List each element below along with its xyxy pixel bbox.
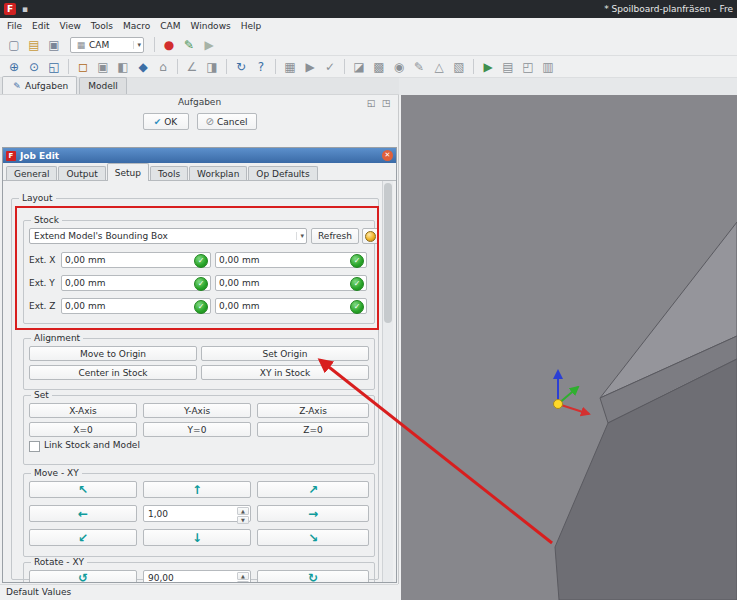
- open-document-icon[interactable]: ▤: [25, 36, 43, 54]
- tab-general[interactable]: General: [6, 166, 57, 181]
- new-document-icon[interactable]: ▢: [5, 36, 23, 54]
- zoom-box-icon[interactable]: ◱: [45, 58, 63, 76]
- tool-controller-icon[interactable]: ◰: [519, 58, 537, 76]
- set-y-axis-button[interactable]: Y-Axis: [143, 403, 251, 418]
- clip-plane-icon[interactable]: ◨: [203, 58, 221, 76]
- y-zero-button[interactable]: Y=0: [143, 422, 251, 437]
- fit-selection-icon[interactable]: ▣: [94, 58, 112, 76]
- dialog-titlebar[interactable]: F Job Edit ✕: [3, 148, 396, 163]
- macro-play-icon[interactable]: ▶: [200, 36, 218, 54]
- rotate-ccw-button[interactable]: ↺: [29, 570, 137, 583]
- menu-cam[interactable]: CAM: [155, 18, 185, 34]
- stock-color-button[interactable]: [362, 228, 379, 244]
- tab-workplan[interactable]: Workplan: [189, 166, 247, 181]
- post-process-icon[interactable]: ▶: [301, 58, 319, 76]
- spin-down-icon[interactable]: ▼: [237, 516, 249, 524]
- engrave-op-icon[interactable]: ✎: [410, 58, 428, 76]
- zoom-in-icon[interactable]: ⊕: [5, 58, 23, 76]
- ext-y-neg-input[interactable]: 0,00 mm ✓: [61, 275, 211, 291]
- surface-op-icon[interactable]: ▧: [450, 58, 468, 76]
- spin-up-icon[interactable]: ▲: [237, 507, 249, 515]
- ext-y-label: Ext. Y: [29, 275, 59, 292]
- macro-edit-icon[interactable]: ✎: [180, 36, 198, 54]
- simulator-icon[interactable]: ▶: [479, 58, 497, 76]
- ext-z-pos-input[interactable]: 0,00 mm ✓: [215, 298, 367, 314]
- menu-windows[interactable]: Windows: [186, 18, 236, 34]
- move-down-right-button[interactable]: ↘: [257, 529, 369, 546]
- tab-model[interactable]: Modell: [79, 77, 127, 94]
- tab-setup[interactable]: Setup: [107, 163, 149, 181]
- move-right-button[interactable]: →: [257, 505, 369, 522]
- move-up-button[interactable]: ↑: [143, 481, 251, 498]
- link-stock-model-checkbox[interactable]: [29, 441, 40, 452]
- spin-up-icon[interactable]: ▲: [237, 572, 249, 580]
- ok-check-icon: ✔: [154, 117, 162, 127]
- macro-record-icon[interactable]: ●: [160, 36, 178, 54]
- set-z-axis-button[interactable]: Z-Axis: [257, 403, 369, 418]
- 3d-viewport[interactable]: [401, 95, 737, 600]
- zoom-region-icon[interactable]: ⊙: [25, 58, 43, 76]
- profile-op-icon[interactable]: ◪: [350, 58, 368, 76]
- cancel-button[interactable]: ⊘ Cancel: [197, 113, 257, 130]
- drill-op-icon[interactable]: ◉: [390, 58, 408, 76]
- center-in-stock-button[interactable]: Center in Stock: [29, 365, 197, 380]
- draw-style-icon[interactable]: ◧: [114, 58, 132, 76]
- cam-workbench-icon: ▦: [75, 39, 87, 51]
- spin-down-icon[interactable]: ▼: [237, 581, 249, 583]
- home-view-icon[interactable]: ⌂: [154, 58, 172, 76]
- scrollbar-thumb[interactable]: [384, 183, 392, 323]
- menu-help[interactable]: Help: [236, 18, 267, 34]
- pocket-op-icon[interactable]: ▩: [370, 58, 388, 76]
- tab-output[interactable]: Output: [58, 166, 105, 181]
- measure-icon[interactable]: ∠: [183, 58, 201, 76]
- menu-file[interactable]: File: [2, 18, 27, 34]
- dialog-scrollbar[interactable]: [382, 181, 393, 583]
- ext-x-pos-input[interactable]: 0,00 mm ✓: [215, 252, 367, 268]
- ext-y-pos-input[interactable]: 0,00 mm ✓: [215, 275, 367, 291]
- move-to-origin-button[interactable]: Move to Origin: [29, 346, 197, 361]
- toolbit-library-icon[interactable]: ▤: [499, 58, 517, 76]
- refresh-stock-button[interactable]: Refresh: [311, 228, 359, 244]
- ext-z-neg-input[interactable]: 0,00 mm ✓: [61, 298, 211, 314]
- refresh-icon[interactable]: ↻: [232, 58, 250, 76]
- tab-op-defaults[interactable]: Op Defaults: [248, 166, 317, 181]
- move-down-left-button[interactable]: ↙: [29, 529, 137, 546]
- save-document-icon[interactable]: ▣: [45, 36, 63, 54]
- adaptive-op-icon[interactable]: △: [430, 58, 448, 76]
- tab-tasks[interactable]: ✎ Aufgaben: [2, 76, 77, 94]
- move-up-left-button[interactable]: ↖: [29, 481, 137, 498]
- move-step-input[interactable]: 1,00 ▲ ▼: [143, 505, 251, 522]
- ok-button[interactable]: ✔ OK: [143, 113, 189, 130]
- isometric-view-icon[interactable]: ◆: [134, 58, 152, 76]
- rotate-xy-group-label: Rotate - XY: [31, 557, 87, 567]
- whats-this-icon[interactable]: ?: [252, 58, 270, 76]
- ext-x-neg-input[interactable]: 0,00 mm ✓: [61, 252, 211, 268]
- rotate-cw-button[interactable]: ↻: [257, 570, 369, 583]
- check-gcode-icon[interactable]: ✓: [321, 58, 339, 76]
- dialog-tab-bar: General Output Setup Tools Workplan Op D…: [6, 163, 319, 181]
- z-zero-button[interactable]: Z=0: [257, 422, 369, 437]
- move-up-right-button[interactable]: ↗: [257, 481, 369, 498]
- menu-edit[interactable]: Edit: [27, 18, 54, 34]
- workbench-selector[interactable]: ▦ CAM ▾: [70, 37, 144, 53]
- move-xy-group-label: Move - XY: [31, 468, 82, 478]
- menu-macro[interactable]: Macro: [118, 18, 155, 34]
- tab-tools[interactable]: Tools: [150, 166, 188, 181]
- float-panel-icon[interactable]: ◱: [365, 97, 377, 109]
- dialog-close-icon[interactable]: ✕: [382, 150, 393, 161]
- inspect-icon[interactable]: ▥: [539, 58, 557, 76]
- undock-panel-icon[interactable]: ◳: [380, 97, 392, 109]
- task-button-row: ✔ OK ⊘ Cancel: [0, 113, 399, 130]
- move-down-button[interactable]: ↓: [143, 529, 251, 546]
- xy-in-stock-button[interactable]: XY in Stock: [201, 365, 369, 380]
- set-origin-button[interactable]: Set Origin: [201, 346, 369, 361]
- menu-tools[interactable]: Tools: [86, 18, 118, 34]
- x-zero-button[interactable]: X=0: [29, 422, 137, 437]
- stock-preset-select[interactable]: Extend Model's Bounding Box ▾: [29, 228, 307, 244]
- set-x-axis-button[interactable]: X-Axis: [29, 403, 137, 418]
- cam-job-icon[interactable]: ▦: [281, 58, 299, 76]
- rotate-angle-input[interactable]: 90,00 ▲ ▼: [143, 570, 251, 583]
- move-left-button[interactable]: ←: [29, 505, 137, 522]
- menu-view[interactable]: View: [55, 18, 86, 34]
- fit-all-icon[interactable]: ◻: [74, 58, 92, 76]
